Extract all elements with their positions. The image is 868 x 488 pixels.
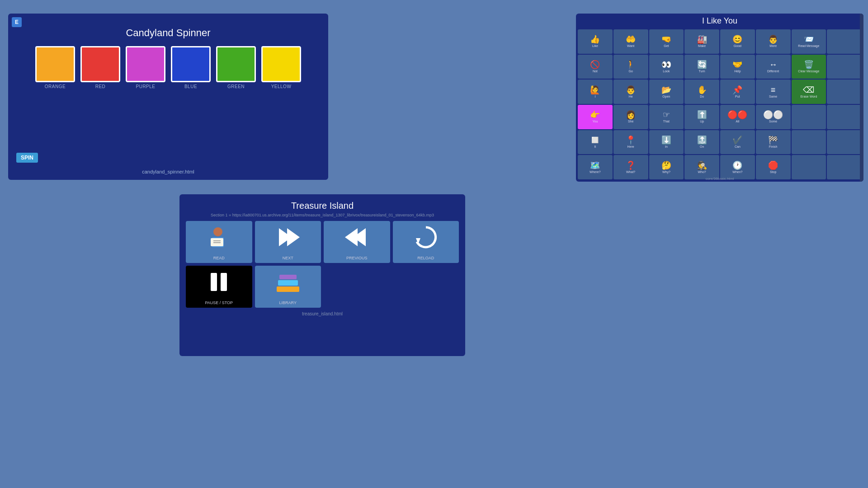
color-box-wrap: GREEN (216, 46, 256, 89)
ilikeyou-cell-Want[interactable]: 🤲Want (613, 29, 648, 54)
color-box-green[interactable] (216, 46, 256, 82)
cell-label: Put (735, 95, 740, 98)
ilikeyou-cell-Like[interactable]: 👍Like (578, 29, 613, 54)
spin-button[interactable]: SPIN (16, 153, 38, 163)
cell-icon: 👨 (768, 35, 778, 43)
ilikeyou-cell-Open[interactable]: 📂Open (649, 80, 684, 104)
cell-label: Here (627, 145, 634, 148)
cell-label: Turn (699, 70, 705, 73)
ilikeyou-cell-Get[interactable]: 🤜Get (649, 29, 684, 54)
color-box-yellow[interactable] (261, 46, 301, 82)
color-box-orange[interactable] (35, 46, 75, 82)
treasure-cell-label: PAUSE / STOP (205, 300, 233, 305)
svg-rect-14 (279, 275, 297, 279)
ilikeyou-cell-Who?[interactable]: 🕵️Who? (684, 155, 719, 179)
ilikeyou-cell-Do[interactable]: ✋Do (684, 80, 719, 104)
ilikeyou-cell-That[interactable]: ☞That (649, 105, 684, 129)
color-box-wrap: RED (80, 46, 120, 89)
ilikeyou-cell-Stop[interactable]: 🛑Stop (756, 155, 791, 179)
svg-rect-11 (221, 273, 227, 291)
cell-icon: 🗑️ (804, 61, 814, 69)
ilikeyou-cell-Same[interactable]: ≡Same (756, 80, 791, 104)
ilikeyou-cell-Turn[interactable]: 🔄Turn (684, 55, 719, 79)
treasure-cell-LIBRARY[interactable]: LIBRARY (255, 266, 321, 308)
ilikeyou-cell-Go[interactable]: 🚶Go (613, 55, 648, 79)
ilikeyou-cell-Erase Word[interactable]: ⌫Erase Word (792, 80, 826, 104)
cell-label: When? (732, 170, 742, 174)
cell-icon: 👩 (626, 111, 636, 119)
color-box-red[interactable] (80, 46, 120, 82)
treasure-cell-PAUSE / STOP[interactable]: PAUSE / STOP (186, 266, 252, 308)
cell-icon: ☞ (663, 111, 670, 119)
ilikeyou-cell-Different[interactable]: ↔️Different (756, 55, 791, 79)
color-label: ORANGE (45, 84, 66, 89)
treasure-cell-label: READ (213, 256, 225, 260)
ilikeyou-cell-Here[interactable]: 📍Here (613, 130, 648, 155)
treasure-cell-NEXT[interactable]: NEXT (255, 221, 321, 263)
cell-icon: 👉 (590, 111, 600, 119)
ilikeyou-cell-You[interactable]: 👉You (578, 105, 613, 129)
color-label: PURPLE (136, 84, 155, 89)
ilikeyou-cell-Where?[interactable]: 🗺️Where? (578, 155, 613, 179)
ilikeyou-cell-All[interactable]: 🔴🔴All (720, 105, 755, 129)
treasure-cell-RELOAD[interactable]: RELOAD (393, 221, 459, 263)
ilikeyou-cell-Help[interactable]: 🤝Help (720, 55, 755, 79)
ilikeyou-cell-Read Message[interactable]: 📨Read Message (792, 29, 826, 54)
cell-label: Stop (770, 170, 776, 174)
color-label: BLUE (184, 84, 197, 89)
cell-label: That (663, 120, 670, 123)
cell-icon: 🗺️ (590, 161, 600, 169)
cell-icon: 📨 (804, 35, 814, 43)
svg-rect-10 (211, 273, 217, 291)
treasure-title: Treasure Island (179, 194, 465, 211)
ilikeyou-cell-I[interactable]: 🙋I (578, 80, 613, 104)
color-box-purple[interactable] (126, 46, 165, 82)
treasure-cell-icon (274, 268, 302, 299)
treasure-cell-icon (205, 268, 232, 299)
cell-label: Do (700, 95, 704, 98)
treasure-cell-label: RELOAD (417, 256, 434, 260)
cell-icon: 📍 (626, 136, 636, 144)
svg-rect-2 (211, 238, 223, 246)
color-label: GREEN (227, 84, 245, 89)
ilikeyou-cell-In[interactable]: ⬇️In (649, 130, 684, 155)
ilikeyou-cell-On[interactable]: 🔝On (684, 130, 719, 155)
ilikeyou-cell-What?[interactable]: ❓What? (613, 155, 648, 179)
ilikeyou-cell-He[interactable]: 👨He (613, 80, 648, 104)
ilikeyou-cell-Make[interactable]: 🏭Make (684, 29, 719, 54)
color-boxes: ORANGEREDPURPLEBLUEGREENYELLOW (8, 46, 328, 89)
treasure-cell-label: NEXT (283, 256, 293, 260)
ilikeyou-cell-Good[interactable]: 😊Good (720, 29, 755, 54)
ilikeyou-cell-Can[interactable]: ✔️Can (720, 130, 755, 155)
ilikeyou-cell-Some[interactable]: ⚪⚪Some (756, 105, 791, 129)
ilikeyou-cell-30 (792, 105, 826, 129)
ilikeyou-cell-Finish[interactable]: 🏁Finish (756, 130, 791, 155)
ilikeyou-cell-31 (827, 105, 862, 129)
cell-label: Clear Message (798, 70, 819, 73)
ilikeyou-cell-Not[interactable]: 🚫Not (578, 55, 613, 79)
cell-label: Get (664, 44, 669, 47)
ilikeyou-cell-Look[interactable]: 👀Look (649, 55, 684, 79)
ilikeyou-cell-She[interactable]: 👩She (613, 105, 648, 129)
cell-label: All (736, 120, 739, 123)
treasure-cell-PREVIOUS[interactable]: PREVIOUS (324, 221, 390, 263)
cell-icon: 🤔 (661, 161, 671, 169)
treasure-cell-READ[interactable]: READ (186, 221, 252, 263)
cell-icon: 🤝 (732, 61, 742, 69)
cell-label: Finish (769, 145, 778, 148)
svg-rect-13 (278, 280, 298, 286)
ilikeyou-cell-Put[interactable]: 📌Put (720, 80, 755, 104)
ilikeyou-cell-47 (827, 155, 862, 179)
scrollbar[interactable] (860, 14, 863, 182)
treasure-cell-label: PREVIOUS (346, 256, 368, 260)
ilikeyou-cell-Up[interactable]: ⬆️Up (684, 105, 719, 129)
cell-icon: 🕐 (732, 161, 742, 169)
color-box-blue[interactable] (171, 46, 211, 82)
ilikeyou-cell-Clear Message[interactable]: 🗑️Clear Message (792, 55, 826, 79)
ilikeyou-cell-More[interactable]: 👨More (756, 29, 791, 54)
ilikeyou-cell-When?[interactable]: 🕐When? (720, 155, 755, 179)
ilikeyou-cell-Why?[interactable]: 🤔Why? (649, 155, 684, 179)
e-badge: E (12, 17, 22, 27)
ilikeyou-cell-It[interactable]: ◻️It (578, 130, 613, 155)
treasure-grid: READNEXTPREVIOUSRELOADPAUSE / STOPLIBRAR… (179, 221, 465, 308)
